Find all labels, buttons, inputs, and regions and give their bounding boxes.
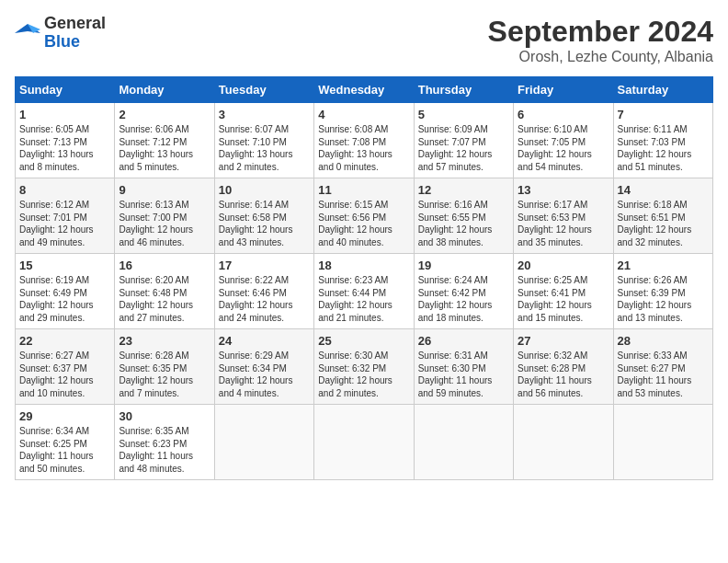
day-info: Sunrise: 6:33 AM Sunset: 6:27 PM Dayligh… [618,350,709,399]
day-number: 20 [518,259,609,272]
day-info: Sunrise: 6:11 AM Sunset: 7:03 PM Dayligh… [618,123,709,173]
weekday-header-friday: Friday [514,77,613,103]
location-title: Orosh, Lezhe County, Albania [488,49,713,65]
calendar-cell [214,405,313,480]
day-info: Sunrise: 6:31 AM Sunset: 6:30 PM Dayligh… [418,350,509,399]
calendar-cell [514,405,613,480]
day-number: 7 [618,108,709,121]
day-number: 29 [19,409,110,423]
calendar-cell: 14 Sunrise: 6:18 AM Sunset: 6:51 PM Dayl… [613,178,712,254]
day-info: Sunrise: 6:27 AM Sunset: 6:37 PM Dayligh… [19,350,110,399]
calendar-cell: 5 Sunrise: 6:09 AM Sunset: 7:07 PM Dayli… [414,103,513,178]
day-info: Sunrise: 6:28 AM Sunset: 6:35 PM Dayligh… [119,350,210,399]
calendar-cell: 11 Sunrise: 6:15 AM Sunset: 6:56 PM Dayl… [314,178,414,254]
day-number: 26 [418,334,509,348]
day-info: Sunrise: 6:19 AM Sunset: 6:49 PM Dayligh… [19,274,110,324]
day-number: 17 [219,259,310,272]
day-number: 1 [19,108,110,121]
weekday-header-saturday: Saturday [613,77,712,103]
day-number: 11 [318,183,409,197]
calendar-cell: 20 Sunrise: 6:25 AM Sunset: 6:41 PM Dayl… [514,254,613,329]
calendar-cell: 6 Sunrise: 6:10 AM Sunset: 7:05 PM Dayli… [514,103,613,178]
calendar-cell: 3 Sunrise: 6:07 AM Sunset: 7:10 PM Dayli… [214,103,313,178]
day-number: 12 [418,183,509,197]
calendar-cell: 23 Sunrise: 6:28 AM Sunset: 6:35 PM Dayl… [115,329,214,405]
day-number: 10 [219,183,310,197]
calendar-cell: 15 Sunrise: 6:19 AM Sunset: 6:49 PM Dayl… [16,254,115,329]
day-number: 18 [318,259,409,272]
calendar-cell: 17 Sunrise: 6:22 AM Sunset: 6:46 PM Dayl… [214,254,313,329]
day-number: 14 [618,183,709,197]
day-number: 16 [119,259,210,272]
day-info: Sunrise: 6:09 AM Sunset: 7:07 PM Dayligh… [418,123,509,173]
day-info: Sunrise: 6:17 AM Sunset: 6:53 PM Dayligh… [518,199,609,248]
day-info: Sunrise: 6:34 AM Sunset: 6:25 PM Dayligh… [19,425,110,475]
day-number: 4 [318,108,409,121]
weekday-header-wednesday: Wednesday [314,77,414,103]
day-info: Sunrise: 6:20 AM Sunset: 6:48 PM Dayligh… [119,274,210,324]
day-number: 8 [19,183,110,197]
calendar-cell [314,405,414,480]
logo: General Blue [15,15,106,52]
day-number: 9 [119,183,210,197]
day-number: 27 [518,334,609,348]
day-info: Sunrise: 6:24 AM Sunset: 6:42 PM Dayligh… [418,274,509,324]
calendar-cell: 29 Sunrise: 6:34 AM Sunset: 6:25 PM Dayl… [16,405,115,480]
calendar-cell: 19 Sunrise: 6:24 AM Sunset: 6:42 PM Dayl… [414,254,513,329]
calendar-cell: 1 Sunrise: 6:05 AM Sunset: 7:13 PM Dayli… [16,103,115,178]
day-info: Sunrise: 6:25 AM Sunset: 6:41 PM Dayligh… [518,274,609,324]
calendar-cell: 4 Sunrise: 6:08 AM Sunset: 7:08 PM Dayli… [314,103,414,178]
logo-blue: Blue [44,32,80,51]
day-number: 3 [219,108,310,121]
page-header: General Blue September 2024 Orosh, Lezhe… [15,15,713,65]
logo-general: General [44,14,106,32]
day-number: 6 [518,108,609,121]
day-info: Sunrise: 6:26 AM Sunset: 6:39 PM Dayligh… [618,274,709,324]
day-number: 5 [418,108,509,121]
calendar-cell: 22 Sunrise: 6:27 AM Sunset: 6:37 PM Dayl… [16,329,115,405]
weekday-header-monday: Monday [115,77,214,103]
calendar-table: SundayMondayTuesdayWednesdayThursdayFrid… [15,76,713,480]
day-number: 25 [318,334,409,348]
day-number: 13 [518,183,609,197]
day-number: 24 [219,334,310,348]
day-number: 30 [119,409,210,423]
day-info: Sunrise: 6:07 AM Sunset: 7:10 PM Dayligh… [219,123,310,173]
logo-text: General Blue [44,15,106,52]
day-info: Sunrise: 6:16 AM Sunset: 6:55 PM Dayligh… [418,199,509,248]
day-info: Sunrise: 6:23 AM Sunset: 6:44 PM Dayligh… [318,274,409,324]
calendar-cell: 13 Sunrise: 6:17 AM Sunset: 6:53 PM Dayl… [514,178,613,254]
calendar-cell: 30 Sunrise: 6:35 AM Sunset: 6:23 PM Dayl… [115,405,214,480]
calendar-cell [613,405,712,480]
day-number: 22 [19,334,110,348]
day-info: Sunrise: 6:14 AM Sunset: 6:58 PM Dayligh… [219,199,310,248]
title-area: September 2024 Orosh, Lezhe County, Alba… [488,15,713,65]
calendar-cell: 7 Sunrise: 6:11 AM Sunset: 7:03 PM Dayli… [613,103,712,178]
weekday-header-tuesday: Tuesday [214,77,313,103]
day-info: Sunrise: 6:06 AM Sunset: 7:12 PM Dayligh… [119,123,210,173]
day-number: 21 [618,259,709,272]
month-title: September 2024 [488,15,713,49]
day-info: Sunrise: 6:05 AM Sunset: 7:13 PM Dayligh… [19,123,110,173]
calendar-cell: 10 Sunrise: 6:14 AM Sunset: 6:58 PM Dayl… [214,178,313,254]
calendar-cell: 26 Sunrise: 6:31 AM Sunset: 6:30 PM Dayl… [414,329,513,405]
calendar-cell: 28 Sunrise: 6:33 AM Sunset: 6:27 PM Dayl… [613,329,712,405]
calendar-cell: 12 Sunrise: 6:16 AM Sunset: 6:55 PM Dayl… [414,178,513,254]
calendar-cell: 25 Sunrise: 6:30 AM Sunset: 6:32 PM Dayl… [314,329,414,405]
day-info: Sunrise: 6:15 AM Sunset: 6:56 PM Dayligh… [318,199,409,248]
calendar-cell: 9 Sunrise: 6:13 AM Sunset: 7:00 PM Dayli… [115,178,214,254]
logo-bird-icon [15,20,40,46]
day-info: Sunrise: 6:13 AM Sunset: 7:00 PM Dayligh… [119,199,210,248]
day-number: 28 [618,334,709,348]
day-number: 2 [119,108,210,121]
day-number: 19 [418,259,509,272]
calendar-cell: 24 Sunrise: 6:29 AM Sunset: 6:34 PM Dayl… [214,329,313,405]
day-info: Sunrise: 6:10 AM Sunset: 7:05 PM Dayligh… [518,123,609,173]
day-info: Sunrise: 6:30 AM Sunset: 6:32 PM Dayligh… [318,350,409,399]
day-info: Sunrise: 6:35 AM Sunset: 6:23 PM Dayligh… [119,425,210,475]
day-number: 15 [19,259,110,272]
day-info: Sunrise: 6:18 AM Sunset: 6:51 PM Dayligh… [618,199,709,248]
calendar-cell: 8 Sunrise: 6:12 AM Sunset: 7:01 PM Dayli… [16,178,115,254]
day-info: Sunrise: 6:12 AM Sunset: 7:01 PM Dayligh… [19,199,110,248]
day-info: Sunrise: 6:29 AM Sunset: 6:34 PM Dayligh… [219,350,310,399]
